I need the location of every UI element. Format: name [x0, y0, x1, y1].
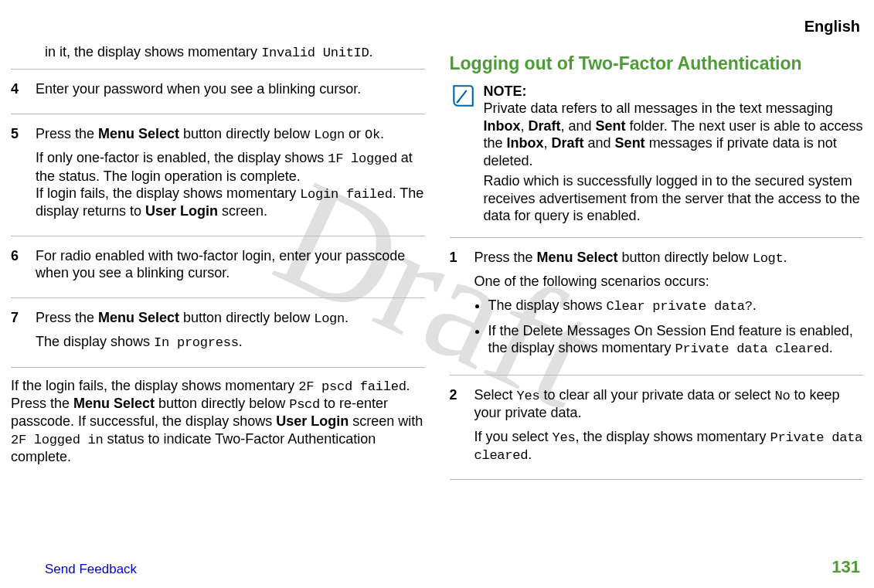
ok-label: Ok — [365, 127, 380, 142]
note-icon — [450, 83, 476, 109]
list-item: If the Delete Messages On Session End fe… — [488, 322, 864, 358]
list-item: The display shows Clear private data?. — [488, 297, 864, 314]
t: . — [528, 447, 532, 462]
divider — [11, 297, 425, 298]
draft: Draft — [552, 135, 584, 151]
divider — [450, 237, 864, 238]
t: If the login fails, the display shows mo… — [11, 378, 298, 393]
menu-select: Menu Select — [98, 310, 179, 325]
code: Login failed — [300, 187, 393, 202]
step-body: Enter your password when you see a blink… — [36, 80, 425, 104]
t: button directly below — [618, 250, 753, 265]
code: Pscd — [289, 397, 320, 412]
t: , — [544, 135, 552, 151]
step-4: 4 Enter your password when you see a bli… — [11, 71, 425, 112]
t: , — [521, 118, 529, 134]
left-column: in it, the display shows momentary Inval… — [9, 37, 427, 551]
step-2: 2 Select Yes to clear all your private d… — [450, 377, 864, 478]
t: . — [345, 310, 349, 325]
step-6: 6 For radio enabled with two-factor logi… — [11, 238, 425, 296]
user-login: User Login — [276, 413, 349, 429]
step-body: Select Yes to clear all your private dat… — [474, 386, 864, 471]
note-paragraph-1: NOTE: Private data refers to all message… — [484, 83, 864, 170]
note-block: NOTE: Private data refers to all message… — [450, 83, 864, 228]
sent: Sent — [615, 135, 645, 151]
step-result: If only one-factor is enabled, the displ… — [36, 149, 425, 220]
t: button directly below — [179, 126, 314, 141]
step-number: 6 — [11, 247, 26, 288]
t: to clear all your private data or select — [539, 387, 774, 403]
t: If only one-factor is enabled, the displ… — [36, 150, 328, 165]
code: Yes — [553, 430, 576, 445]
step-7: 7 Press the Menu Select button directly … — [11, 300, 425, 365]
text: For radio enabled with two-factor login,… — [36, 247, 425, 282]
t: , the display shows momentary — [575, 429, 770, 444]
code: 2F logged in — [11, 433, 104, 447]
t: Private data refers to all messages in t… — [484, 100, 833, 116]
t: screen with — [349, 413, 423, 429]
t: . — [753, 297, 757, 313]
t: . — [829, 340, 833, 355]
t: . — [784, 250, 787, 265]
code: 1F logged — [328, 151, 397, 166]
text: in it, the display shows momentary — [45, 44, 261, 59]
bullet-list: The display shows Clear private data?. I… — [474, 297, 864, 358]
note-label: NOTE: — [484, 83, 527, 99]
t: and — [584, 135, 615, 151]
divider — [11, 367, 425, 368]
t: screen. — [218, 203, 267, 219]
step-number: 7 — [11, 309, 26, 358]
t: . — [380, 126, 384, 141]
document-page: Draft English in it, the display shows m… — [0, 0, 874, 588]
divider — [450, 375, 864, 376]
step-number: 5 — [11, 125, 26, 226]
step-result: The display shows In progress. — [36, 333, 425, 351]
code: Private data cleared — [675, 342, 829, 356]
step-body: Press the Menu Select button directly be… — [36, 309, 425, 358]
right-column: Logging out of Two-Factor Authentication… — [448, 37, 865, 551]
t: . — [239, 334, 243, 349]
step-instruction: Press the Menu Select button directly be… — [474, 249, 864, 267]
send-feedback-link[interactable]: Send Feedback — [45, 561, 137, 577]
logt-label: Logt — [753, 251, 784, 266]
note-paragraph-2: Radio which is successfully logged in to… — [484, 172, 864, 225]
t: or — [345, 126, 365, 141]
step-instruction: Press the Menu Select button directly be… — [36, 125, 425, 143]
section-heading: Logging out of Two-Factor Authentication — [450, 53, 864, 75]
menu-select: Menu Select — [98, 126, 179, 141]
text: . — [369, 44, 373, 59]
step-body: For radio enabled with two-factor login,… — [36, 247, 425, 288]
logn-label: Logn — [314, 311, 345, 326]
step-instruction: Select Yes to clear all your private dat… — [474, 386, 864, 422]
code: Invalid UnitID — [261, 46, 369, 60]
page-number: 131 — [831, 556, 860, 578]
no-label: No — [775, 389, 791, 403]
step-1: 1 Press the Menu Select button directly … — [450, 240, 864, 373]
t: Press the — [36, 126, 98, 141]
step-result: If you select Yes, the display shows mom… — [474, 428, 864, 464]
inbox: Inbox — [507, 135, 544, 151]
note-body: NOTE: Private data refers to all message… — [484, 83, 864, 228]
t: Press the — [36, 310, 98, 325]
step-result: One of the following scenarios occurs: — [474, 273, 864, 291]
step-number: 2 — [450, 386, 465, 471]
left-intro: in it, the display shows momentary Inval… — [45, 43, 425, 61]
step-5: 5 Press the Menu Select button directly … — [11, 116, 425, 234]
content-columns: in it, the display shows momentary Inval… — [9, 37, 865, 551]
t: The display shows — [36, 334, 154, 349]
sent: Sent — [596, 118, 626, 134]
t: button directly below — [179, 310, 314, 325]
t: Press the — [474, 250, 537, 265]
step-number: 4 — [11, 80, 26, 104]
code: 2F pscd failed — [298, 379, 406, 394]
menu-select: Menu Select — [537, 250, 618, 265]
divider — [450, 479, 864, 480]
step-instruction: Press the Menu Select button directly be… — [36, 309, 425, 327]
t: The display shows — [488, 297, 607, 313]
step-number: 1 — [450, 249, 465, 365]
menu-select: Menu Select — [73, 396, 155, 411]
t: button directly below — [155, 396, 289, 411]
step-body: Press the Menu Select button directly be… — [36, 125, 425, 226]
code: In progress — [154, 335, 239, 350]
t: , and — [561, 118, 596, 134]
